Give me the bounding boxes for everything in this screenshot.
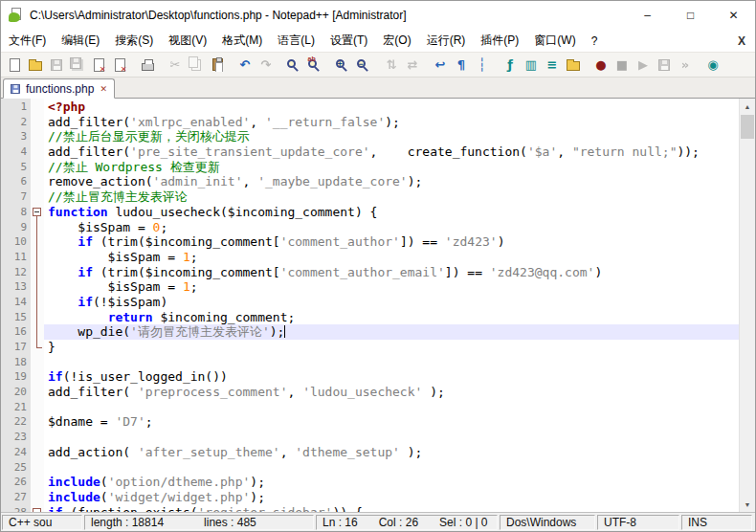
token: include	[48, 490, 100, 504]
document-list-button[interactable]: ≡	[542, 55, 563, 76]
menu-item-settings[interactable]: 设置(T)	[322, 30, 375, 52]
code-line-20[interactable]: add_filter( 'preprocess_comment', 'ludou…	[44, 385, 739, 400]
fold-collapse-box-icon[interactable]	[33, 208, 41, 216]
code-line-3[interactable]: //禁止后台显示更新，关闭核心提示	[44, 129, 739, 144]
code-line-10[interactable]: if (trim($incoming_comment['comment_auth…	[44, 234, 739, 250]
fold-margin-cell	[31, 279, 44, 295]
word-wrap-button[interactable]: ↩	[430, 55, 451, 76]
token: $isSpam =	[48, 250, 183, 264]
record-macro-button[interactable]: ●	[590, 55, 611, 76]
code-line-17[interactable]: }	[44, 340, 739, 355]
code-line-26[interactable]: include('option/dtheme.php');	[44, 475, 739, 490]
code-line-11[interactable]: $isSpam = 1;	[44, 250, 739, 265]
code-line-18[interactable]	[44, 355, 739, 370]
code-line-4[interactable]: add_filter('pre_site_transient_update_co…	[44, 144, 739, 160]
new-file-button[interactable]	[4, 55, 25, 76]
code-line-22[interactable]: $dname = 'D7';	[44, 414, 739, 430]
close-all-files-button[interactable]	[109, 55, 130, 76]
zoom-in-button[interactable]	[332, 55, 353, 76]
code-area[interactable]: <?phpadd_filter('xmlrpc_enabled', '__ret…	[44, 99, 739, 512]
menu-item-macro[interactable]: 宏(O)	[375, 30, 418, 52]
code-line-23[interactable]	[44, 430, 739, 445]
close-file-button[interactable]	[88, 55, 109, 76]
print-button[interactable]	[137, 55, 158, 76]
code-line-19[interactable]: if(!is_user_logged_in())	[44, 369, 739, 385]
close-button[interactable]: ✕	[712, 1, 755, 30]
code-line-9[interactable]: $isSpam = 0;	[44, 220, 739, 235]
scroll-up-arrow-icon[interactable]: ▲	[740, 99, 755, 114]
code-line-15[interactable]: return $incoming_comment;	[44, 310, 739, 325]
fold-toggle-line-8[interactable]	[31, 205, 44, 220]
menu-item-plugins[interactable]: 插件(P)	[473, 30, 526, 52]
vertical-scrollbar[interactable]: ▲ ▼	[739, 99, 755, 512]
fold-margin-cell	[31, 490, 44, 505]
fold-margin-cell	[31, 144, 44, 160]
code-line-28[interactable]: if (function_exists('register_sidebar'))…	[44, 505, 739, 512]
scroll-down-arrow-icon[interactable]: ▼	[740, 497, 755, 512]
code-line-1[interactable]: <?php	[44, 100, 739, 115]
paste-button[interactable]	[207, 55, 228, 76]
menu-item-search[interactable]: 搜索(S)	[107, 30, 161, 52]
document-map-button[interactable]: ▥	[521, 55, 542, 76]
scrollbar-track[interactable]	[740, 114, 755, 497]
status-bar: C++ sou length : 18814 lines : 485 Ln : …	[1, 512, 755, 531]
code-line-2[interactable]: add_filter('xmlrpc_enabled', '__return_f…	[44, 115, 739, 130]
token: 'xmlrpc_enabled'	[130, 115, 250, 129]
replace-button[interactable]	[304, 55, 325, 76]
status-insert-mode[interactable]: INS	[681, 515, 752, 530]
status-encoding[interactable]: UTF-8	[597, 515, 679, 530]
show-indent-guide-button[interactable]: ┆	[472, 55, 493, 76]
open-file-button[interactable]	[25, 55, 46, 76]
code-line-8[interactable]: function ludou_usecheck($incoming_commen…	[44, 205, 739, 220]
menubar-close-document-button[interactable]: X	[728, 30, 755, 52]
maximize-button[interactable]: □	[669, 1, 712, 30]
token: $dname =	[48, 414, 115, 429]
code-line-7[interactable]: //禁止冒充博主发表评论	[44, 189, 739, 205]
token: 'admin_init'	[153, 174, 243, 188]
menu-item-format[interactable]: 格式(M)	[214, 30, 270, 52]
token: );	[422, 385, 444, 399]
undo-button[interactable]: ↶	[234, 55, 256, 76]
scrollbar-thumb[interactable]	[741, 115, 754, 139]
menu-item-language[interactable]: 语言(L)	[270, 30, 322, 52]
status-caret-position[interactable]: Ln : 16 Col : 26 Sel : 0 | 0	[316, 515, 498, 530]
show-all-characters-button[interactable]: ¶	[451, 55, 472, 76]
code-line-14[interactable]: if(!$isSpam)	[44, 295, 739, 310]
token: ludou_usecheck($incoming_comment) {	[108, 205, 378, 219]
code-line-24[interactable]: add_action( 'after_setup_theme', 'dtheme…	[44, 445, 739, 460]
menu-item-view[interactable]: 视图(V)	[161, 30, 214, 52]
toolbar: ✂↶↷⇅⇄↩¶┆ƒ▥≡●■▶»◉	[1, 52, 755, 78]
code-line-13[interactable]: $isSpam = 1;	[44, 279, 739, 295]
minimize-button[interactable]: –	[626, 1, 669, 30]
code-line-27[interactable]: include('widget/widget.php');	[44, 490, 739, 505]
code-line-21[interactable]	[44, 400, 739, 415]
monitoring-button[interactable]: ◉	[702, 55, 723, 76]
token: 'option/dtheme.php'	[108, 475, 251, 489]
menu-item-window[interactable]: 窗口(W)	[526, 30, 583, 52]
menu-item-edit[interactable]: 编辑(E)	[54, 30, 107, 52]
folder-as-workspace-button[interactable]	[563, 55, 584, 76]
token: if	[78, 265, 93, 279]
toolbar-separator	[493, 55, 500, 75]
code-line-6[interactable]: remove_action('admin_init', '_maybe_upda…	[44, 174, 739, 189]
code-line-5[interactable]: //禁止 Wordpress 检查更新	[44, 160, 739, 175]
status-eol-format[interactable]: Dos\Windows	[500, 515, 595, 530]
code-line-12[interactable]: if (trim($incoming_comment['comment_auth…	[44, 265, 739, 280]
fold-collapse-box-icon[interactable]	[33, 508, 41, 512]
tab-close-icon[interactable]: ✕	[99, 84, 108, 94]
menu-item-run[interactable]: 运行(R)	[419, 30, 474, 52]
line-number-25: 25	[1, 460, 27, 476]
code-line-25[interactable]	[44, 460, 739, 476]
token: 'pre_site_transient_update_core'	[130, 144, 369, 159]
menu-item-help[interactable]: ?	[584, 30, 606, 52]
line-number-1: 1	[1, 100, 27, 115]
find-button[interactable]	[283, 55, 304, 76]
tab-functions-php[interactable]: functions.php ✕	[3, 78, 115, 99]
token: '$a'	[527, 144, 557, 159]
menu-item-file[interactable]: 文件(F)	[1, 30, 54, 52]
function-list-button[interactable]: ƒ	[500, 55, 521, 76]
fold-toggle-line-28[interactable]	[31, 505, 44, 512]
zoom-out-button[interactable]	[353, 55, 374, 76]
line-number-23: 23	[1, 430, 27, 445]
code-line-16[interactable]: wp_die('请勿冒充博主发表评论');	[44, 324, 739, 340]
